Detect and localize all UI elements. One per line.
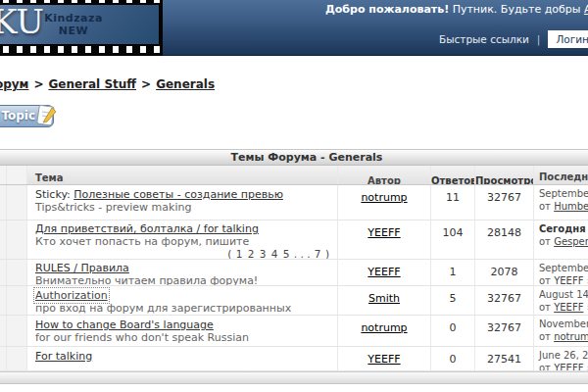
column-topic: Тема: [26, 166, 337, 184]
author-link[interactable]: YEEFF: [368, 226, 400, 239]
topic-marker-cell: [0, 286, 7, 315]
quick-links-button[interactable]: Быстрые ссылки: [439, 33, 529, 45]
topic-marker-cell: [0, 220, 7, 259]
last-post-date: September 7: [539, 263, 588, 273]
authorize-link[interactable]: Авторизация: [584, 3, 588, 16]
page-link[interactable]: 7: [315, 248, 321, 259]
last-poster-link[interactable]: notrump: [554, 331, 588, 342]
last-post-cell: August 14, 2 от YEEFF ›: [533, 286, 588, 315]
pagination-close: ): [325, 248, 329, 259]
page-link[interactable]: 5: [283, 248, 290, 259]
topic-marker-cell: [0, 347, 7, 370]
views-count: 2078: [474, 260, 533, 285]
author-link[interactable]: YEEFF: [368, 353, 400, 366]
table-footer: [0, 371, 588, 383]
new-topic-label: New Topic: [0, 109, 35, 122]
breadcrumb-generals[interactable]: Generals: [156, 77, 215, 91]
page-link[interactable]: 4: [271, 248, 278, 259]
column-author: Автор: [337, 166, 430, 184]
last-post-date: September 1: [539, 188, 588, 199]
last-post-by-label: от: [539, 302, 551, 313]
topics-table: Темы Форума - Generals Тема Автор Ответо…: [0, 149, 588, 384]
last-post-cell: September 1 от Humbert ›: [533, 185, 588, 220]
topic-row: Для приветствий, болталка / for talking …: [0, 220, 588, 260]
topic-link[interactable]: Для приветствий, болталка / for talking: [35, 222, 259, 235]
last-poster-link[interactable]: YEEFF: [554, 363, 583, 370]
topic-link[interactable]: How to change Board's language: [35, 318, 214, 331]
replies-count: 5: [430, 286, 474, 315]
topic-link[interactable]: Полезные советы - создание превью: [74, 188, 283, 201]
column-views: Просмотров: [474, 166, 533, 184]
topic-icon-cell: [7, 316, 26, 346]
last-post-date: November 1: [539, 318, 588, 329]
topic-icon-cell: [7, 286, 26, 315]
replies-count: 0: [430, 347, 474, 370]
topic-cell: Для приветствий, болталка / for talking …: [26, 220, 337, 259]
topic-icon-cell: [7, 185, 26, 220]
topic-description: Внимательно читаем правила форума!: [35, 274, 329, 285]
pagination-dots: . . .: [294, 248, 311, 259]
logo-text: Kindzaza NEW: [35, 12, 112, 37]
last-post-by-label: от: [539, 201, 551, 212]
last-post-date: June 26, 201: [539, 350, 588, 361]
pagination-open: (: [227, 248, 231, 259]
topic-row: How to change Board's language for our f…: [0, 316, 588, 347]
topic-icon-cell: [7, 260, 26, 285]
replies-count: 0: [430, 316, 474, 346]
author-link[interactable]: notrump: [361, 321, 407, 334]
forum-page: Добро пожаловать! Путник. Будьте добры А…: [0, 0, 588, 392]
last-post-by-label: от: [539, 236, 551, 247]
topic-cell: RULES / Правила Внимательно читаем прави…: [26, 260, 337, 285]
topic-row: For talking YEEFF 0 27541 June 26, 201 о…: [0, 347, 588, 371]
last-poster-link[interactable]: Humbert: [554, 201, 588, 212]
login-button[interactable]: Логин: [548, 30, 588, 48]
views-count: 32767: [474, 316, 533, 346]
views-count: 32767: [474, 286, 533, 315]
topic-cell: Sticky: Полезные советы - создание превь…: [26, 185, 337, 220]
logo-panel: KU Kindzaza NEW: [0, 4, 160, 45]
topic-row: Authorization про вход на форум для заре…: [0, 286, 588, 316]
last-post-date: August 14, 2: [539, 289, 588, 300]
header-separator: |: [537, 33, 541, 45]
topic-marker-cell: [0, 316, 7, 346]
filmstrip-perforation-bottom: [0, 46, 163, 53]
last-post-cell: November 1 от notrump ›: [533, 316, 588, 346]
last-poster-link[interactable]: YEEFF: [554, 302, 583, 313]
site-logo[interactable]: KU Kindzaza NEW: [0, 0, 163, 56]
replies-count: 11: [430, 185, 474, 220]
quick-links-row: Быстрые ссылки | Логин: [439, 30, 588, 48]
new-topic-icon: [33, 103, 59, 128]
last-post-by-label: от: [539, 331, 551, 342]
page-link[interactable]: 1: [236, 248, 243, 259]
breadcrumb-separator: >: [33, 77, 43, 91]
last-poster-link[interactable]: YEEFF: [554, 275, 583, 285]
topic-link[interactable]: For talking: [35, 350, 92, 363]
topic-link[interactable]: RULES / Правила: [35, 262, 129, 274]
header-marker-cell: [0, 166, 7, 184]
views-count: 28148: [474, 220, 533, 259]
author-link[interactable]: YEEFF: [368, 266, 400, 278]
page-link[interactable]: 3: [260, 248, 267, 259]
topic-link[interactable]: Authorization: [35, 289, 108, 302]
breadcrumb-forum[interactable]: Форум: [0, 77, 28, 91]
topic-cell: Authorization про вход на форум для заре…: [26, 286, 337, 315]
last-post-cell: Сегодня в от Gesper ›: [533, 220, 588, 259]
views-count: 32767: [474, 185, 533, 220]
logo-line1: Kindzaza: [35, 12, 112, 24]
table-title: Темы Форума - Generals: [0, 150, 588, 166]
topic-icon-cell: [7, 220, 26, 259]
column-replies: Ответов: [430, 166, 474, 184]
page-link[interactable]: 2: [248, 248, 255, 259]
breadcrumb: Форум>General Stuff>Generals: [0, 77, 215, 91]
topic-description: for our friends who don't speak Russian: [35, 331, 329, 344]
last-poster-link[interactable]: Gesper: [554, 236, 588, 247]
breadcrumb-general-stuff[interactable]: General Stuff: [48, 77, 136, 91]
author-link[interactable]: Smith: [368, 292, 400, 305]
topic-row: RULES / Правила Внимательно читаем прави…: [0, 260, 588, 286]
header-icon-cell: [7, 166, 26, 184]
topic-marker-cell: [0, 260, 7, 285]
table-header-row: Тема Автор Ответов Просмотров Последнее …: [0, 166, 588, 185]
author-link[interactable]: notrump: [361, 191, 407, 204]
new-topic-button[interactable]: New Topic: [0, 105, 54, 127]
sticky-prefix: Sticky:: [35, 188, 74, 201]
